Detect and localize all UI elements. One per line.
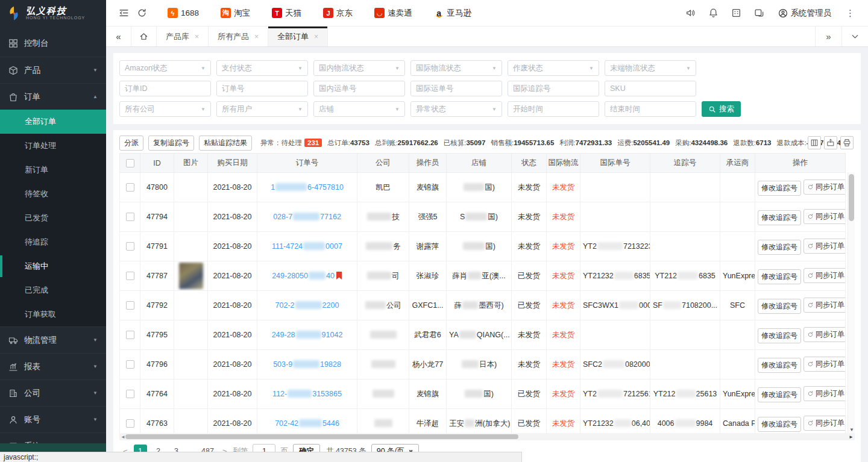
sidebar-item-order[interactable]: 订单▲	[0, 83, 106, 110]
refresh-icon[interactable]	[133, 4, 151, 22]
assign-button[interactable]: 分派	[119, 136, 143, 151]
filter-shop[interactable]: 店铺▼	[313, 101, 405, 117]
exception-badge[interactable]: 231	[304, 139, 322, 147]
sidebar-subitem-shipped[interactable]: 已发货	[0, 206, 106, 230]
filter-domestic-waybill-no[interactable]	[313, 81, 405, 96]
horizontal-scrollbar-thumb[interactable]	[125, 434, 518, 439]
printer-button[interactable]	[840, 136, 854, 149]
filter-all-users[interactable]: 所有用户▼	[216, 101, 308, 117]
order-number-link[interactable]: 028-777162	[257, 202, 357, 232]
filter-sku[interactable]	[605, 81, 696, 96]
marketplace-amazon[interactable]: a亚马逊	[434, 8, 472, 19]
edit-tracking-button[interactable]: 修改追踪号	[758, 328, 801, 343]
exchange-icon[interactable]	[750, 4, 769, 22]
filter-domestic-waybill-no-input[interactable]	[319, 84, 400, 93]
filter-exception-status[interactable]: 异常状态▼	[410, 101, 502, 117]
row-checkbox[interactable]	[126, 390, 134, 398]
marketplace-1688[interactable]: ϟ1688	[168, 8, 199, 18]
edit-tracking-button[interactable]: 修改追踪号	[758, 210, 801, 225]
edit-tracking-button[interactable]: 修改追踪号	[758, 417, 801, 432]
sidebar-item-logistics[interactable]: 物流管理▼	[0, 326, 106, 353]
row-checkbox[interactable]	[126, 213, 134, 221]
filter-pay-status[interactable]: 支付状态▼	[216, 60, 308, 76]
sync-order-button[interactable]: 同步订单	[804, 239, 846, 254]
filter-order-no[interactable]	[216, 81, 308, 96]
sync-order-button[interactable]: 同步订单	[804, 268, 846, 283]
filter-end-time-input[interactable]	[610, 105, 691, 113]
collapse-sidebar-icon[interactable]	[115, 4, 133, 22]
marketplace-jd[interactable]: J京东	[323, 8, 353, 19]
sidebar-subitem-all-orders[interactable]: 全部订单	[0, 110, 106, 134]
tabs-scroll-right-icon[interactable]: »	[815, 27, 841, 46]
marketplace-tmall[interactable]: T天猫	[272, 8, 301, 19]
search-button[interactable]: 搜索	[702, 101, 741, 117]
row-checkbox[interactable]	[126, 419, 134, 428]
filter-void-status[interactable]: 作废状态▼	[508, 60, 599, 76]
sync-order-button[interactable]: 同步订单	[804, 209, 846, 224]
filter-intl-tracking-no-input[interactable]	[513, 84, 594, 93]
filter-order-id-input[interactable]	[125, 84, 206, 93]
sidebar-subitem-in-transit[interactable]: 运输中	[0, 254, 106, 278]
sidebar-subitem-new-orders[interactable]: 新订单	[0, 158, 106, 182]
close-icon[interactable]: ×	[195, 33, 199, 41]
row-checkbox[interactable]	[126, 360, 134, 369]
sync-order-button[interactable]: 同步订单	[804, 357, 846, 372]
tab-all-orders[interactable]: 全部订单×	[268, 27, 328, 46]
sync-order-button[interactable]: 同步订单	[804, 179, 846, 195]
marketplace-aliexpress[interactable]: ◡速卖通	[374, 8, 412, 19]
sidebar-item-report[interactable]: 报表▼	[0, 353, 106, 379]
scroll-right-icon[interactable]: ►	[848, 433, 855, 440]
user-menu[interactable]: 系统管理员	[778, 8, 832, 19]
edit-tracking-button[interactable]: 修改追踪号	[758, 387, 801, 402]
home-tab[interactable]	[131, 27, 157, 46]
sync-order-button[interactable]: 同步订单	[804, 386, 846, 401]
tabs-scroll-left-icon[interactable]: «	[106, 27, 131, 46]
marketplace-taobao[interactable]: 淘淘宝	[221, 8, 250, 19]
sidebar-subitem-pending-receipt[interactable]: 待签收	[0, 182, 106, 206]
filter-end-time[interactable]	[605, 101, 696, 117]
sidebar-item-company[interactable]: 公司▼	[0, 379, 106, 406]
scroll-down-icon[interactable]: ▼	[848, 426, 855, 433]
vertical-scrollbar-thumb[interactable]	[849, 174, 854, 221]
sidebar-item-product[interactable]: 产品▼	[0, 57, 106, 83]
order-number-link[interactable]: 249-2805040	[257, 261, 357, 291]
sync-order-button[interactable]: 同步订单	[804, 298, 846, 313]
row-checkbox[interactable]	[126, 242, 134, 251]
edit-tracking-button[interactable]: 修改追踪号	[758, 299, 801, 314]
sync-order-button[interactable]: 同步订单	[804, 327, 846, 342]
sidebar-subitem-pending-tracking[interactable]: 待追踪	[0, 230, 106, 254]
row-checkbox[interactable]	[126, 272, 134, 280]
order-number-link[interactable]: 503-919828	[257, 350, 357, 379]
edit-tracking-button[interactable]: 修改追踪号	[758, 181, 801, 196]
edit-tracking-button[interactable]: 修改追踪号	[758, 358, 801, 373]
sidebar-item-account[interactable]: 账号▼	[0, 406, 106, 432]
tab-product-library[interactable]: 产品库×	[157, 27, 209, 46]
sidebar-subitem-completed[interactable]: 已完成	[0, 278, 106, 302]
select-all-checkbox[interactable]	[126, 159, 134, 167]
tabs-menu-icon[interactable]	[841, 27, 868, 46]
more-menu-icon[interactable]: ⋮	[841, 8, 860, 19]
horizontal-scrollbar[interactable]: ◄ ►	[119, 433, 855, 440]
filter-intl-waybill-no[interactable]	[410, 81, 502, 96]
filter-all-companies[interactable]: 所有公司▼	[119, 101, 211, 117]
apps-grid-icon[interactable]	[728, 4, 746, 22]
filter-intl-logistics-status[interactable]: 国际物流状态▼	[410, 60, 502, 76]
filter-order-no-input[interactable]	[222, 84, 303, 93]
filter-order-id[interactable]	[119, 81, 211, 96]
order-number-link[interactable]: 111-47240007	[257, 232, 357, 261]
order-number-link[interactable]: 249-2891042	[257, 320, 357, 350]
order-number-link[interactable]: 702-425446	[257, 409, 357, 434]
sidebar-subitem-order-processing[interactable]: 订单处理	[0, 134, 106, 158]
export-button[interactable]	[824, 136, 837, 149]
vertical-scrollbar[interactable]: ▼	[848, 172, 855, 433]
filter-sku-input[interactable]	[610, 84, 691, 93]
row-checkbox[interactable]	[126, 183, 134, 192]
sidebar-item-dashboard[interactable]: 控制台	[0, 30, 106, 57]
filter-last-mile-status[interactable]: 末端物流状态▼	[605, 60, 696, 76]
filter-amazon-status[interactable]: Amazon状态▼	[119, 60, 211, 76]
row-checkbox[interactable]	[126, 331, 134, 339]
order-number-link[interactable]: 112-3153865	[257, 379, 357, 409]
copy-tracking-button[interactable]: 复制追踪号	[148, 136, 194, 151]
edit-tracking-button[interactable]: 修改追踪号	[758, 269, 801, 284]
filter-domestic-logistics-status[interactable]: 国内物流状态▼	[313, 60, 405, 76]
